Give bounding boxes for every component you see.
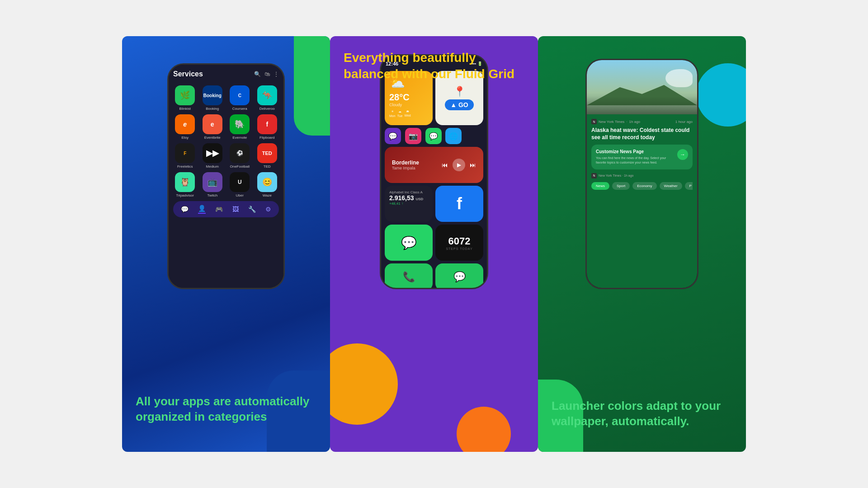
cloud-icon: ☁ — [398, 110, 401, 113]
news-image — [587, 60, 697, 114]
stock-change: +48,41 ↑ — [389, 202, 428, 206]
weather-temp: 28°C — [389, 92, 428, 103]
list-item[interactable]: F Freeletics — [173, 143, 197, 169]
app-label: OneFootball — [230, 164, 250, 169]
news-cat-more[interactable]: P — [685, 182, 693, 190]
list-item[interactable]: f Flipboard — [255, 114, 279, 140]
messages-widget[interactable]: 💬 — [435, 263, 483, 288]
customize-card[interactable]: Customize News Page You can find here th… — [591, 145, 693, 169]
customize-title: Customize News Page — [596, 149, 675, 154]
play-button[interactable]: ▶ — [453, 159, 465, 171]
app-messenger[interactable]: 💬 — [385, 128, 401, 144]
stock-name: Alphabet Inc Class A — [389, 190, 428, 194]
steps-widget: 6072 STEPS TODAY — [435, 225, 483, 261]
app-label: Freeletics — [177, 164, 193, 169]
app-instagram[interactable]: 📷 — [405, 128, 421, 144]
stock-price: 2.916,53 USD — [389, 194, 428, 202]
music-title: Borderline — [392, 160, 419, 166]
list-item[interactable]: e Etsy — [173, 114, 197, 140]
facebook-icon: f — [457, 194, 462, 213]
customize-desc: You can find here the news of the day. S… — [596, 156, 675, 165]
app-icon-onefootball: ⚽ — [230, 143, 250, 163]
app-icon-tripadvisor: 🦉 — [175, 172, 195, 192]
list-item[interactable]: U Uber — [228, 172, 252, 197]
app-icon-etsy: e — [175, 114, 195, 134]
settings-nav-icon[interactable]: ⚙ — [265, 206, 271, 213]
app-label: Etsy — [181, 136, 189, 140]
list-item[interactable]: Booking Booking — [201, 85, 225, 111]
list-item[interactable]: 🦉 Tripadvisor — [173, 172, 197, 197]
fluid-screen: 12:46 ▪▪▪ 🔋 ⛅ 28°C Cloudy — [381, 56, 487, 288]
rain-icon: 🌧 — [406, 110, 409, 113]
second-source: N New York Times · 1h ago — [591, 173, 693, 178]
app-label: Blinkist — [179, 107, 191, 111]
stocks-widget: Alphabet Inc Class A 2.916,53 USD +48,41… — [385, 186, 433, 222]
news-time: 1 hour ago — [675, 120, 693, 124]
facebook-widget[interactable]: f — [435, 186, 483, 222]
list-item[interactable]: TED TED — [255, 143, 279, 169]
news-source: N New York Times · 1h ago 1 hour ago — [591, 119, 693, 124]
image-overlay — [587, 96, 697, 114]
small-apps-row: 💬 📷 💬 🌐 — [385, 128, 483, 144]
next-icon[interactable]: ⏭ — [470, 161, 476, 169]
more-icon[interactable]: ⋮ — [274, 71, 279, 77]
widget-grid: ⛅ 28°C Cloudy ☀ Mon ☁ Tue — [385, 71, 483, 288]
list-item[interactable]: e Eventbrite — [201, 114, 225, 140]
weather-days: ☀ Mon ☁ Tue 🌧 Wed — [389, 110, 428, 117]
steps-count: 6072 — [448, 235, 471, 247]
dot-separator: · — [626, 120, 627, 124]
source-label: New York Times — [599, 120, 624, 124]
time-ago-small: 1h ago — [629, 120, 640, 124]
chat-nav-icon[interactable]: 💬 — [181, 206, 189, 213]
list-item[interactable]: 🌿 Blinkist — [173, 85, 197, 111]
deco-green — [294, 36, 330, 136]
whatsapp-widget[interactable]: 💬 — [385, 225, 433, 261]
games-nav-icon[interactable]: 🎮 — [215, 206, 223, 213]
app-whatsapp-small[interactable]: 💬 — [425, 128, 442, 144]
prev-icon[interactable]: ⏮ — [442, 161, 448, 169]
list-item[interactable]: ▶▶ Medium — [201, 143, 225, 169]
tools-nav-icon[interactable]: 🔧 — [248, 206, 256, 213]
news-cat-weather[interactable]: Weather — [660, 182, 682, 190]
app-label: Uber — [236, 193, 244, 197]
maps-go-button[interactable]: ▲ GO — [445, 99, 474, 110]
app-label: Medium — [206, 164, 219, 169]
phone-2: 12:46 ▪▪▪ 🔋 ⛅ 28°C Cloudy — [380, 54, 488, 289]
weather-day-wed: 🌧 Wed — [404, 110, 410, 117]
phone-3: N New York Times · 1h ago 1 hour ago Ala… — [585, 59, 698, 289]
source-name: N New York Times · 1h ago — [591, 119, 640, 124]
customize-arrow-icon[interactable]: → — [677, 149, 688, 160]
list-item[interactable]: 🐘 Evernote — [228, 114, 252, 140]
app-label: Deliveroo — [259, 107, 275, 111]
list-item[interactable]: 🦘 Deliveroo — [255, 85, 279, 111]
media-nav-icon[interactable]: 🖼 — [232, 206, 239, 213]
panel-3-text: Launcher colors adapt to your wallpaper,… — [552, 399, 732, 429]
sun-icon: ☀ — [391, 110, 394, 113]
list-item[interactable]: C Coursera — [228, 85, 252, 111]
services-icons: 🔍 🛍 ⋮ — [254, 71, 279, 77]
phone-widget[interactable]: 📞 — [385, 263, 433, 288]
panels-container: Services 🔍 🛍 ⋮ 🌿 Blinkist — [122, 36, 746, 452]
phone-3-screen: N New York Times · 1h ago 1 hour ago Ala… — [587, 60, 697, 288]
bag-icon[interactable]: 🛍 — [264, 71, 270, 77]
apps-nav-icon[interactable]: 👤 — [198, 205, 206, 214]
app-icon-booking: Booking — [203, 85, 222, 105]
news-cat-economy[interactable]: Economy — [632, 182, 656, 190]
services-title: Services — [173, 70, 203, 78]
app-label: Booking — [206, 107, 219, 111]
app-globe[interactable]: 🌐 — [445, 128, 462, 144]
list-item[interactable]: 📺 Twitch — [201, 172, 225, 197]
smoke-effect — [665, 69, 693, 87]
steps-label: STEPS TODAY — [446, 247, 472, 250]
app-icon-waze: 😊 — [257, 172, 277, 192]
news-cat-news[interactable]: News — [591, 182, 609, 190]
app-icon-medium: ▶▶ — [203, 143, 222, 163]
nyt-logo-2: N — [591, 173, 597, 178]
app-icon-ted: TED — [257, 143, 277, 163]
search-icon[interactable]: 🔍 — [254, 71, 261, 77]
panel-1: Services 🔍 🛍 ⋮ 🌿 Blinkist — [122, 36, 330, 452]
list-item[interactable]: 😊 Waze — [255, 172, 279, 197]
phone-1-screen: Services 🔍 🛍 ⋮ 🌿 Blinkist — [169, 65, 283, 288]
list-item[interactable]: ⚽ OneFootball — [228, 143, 252, 169]
news-cat-sport[interactable]: Sport — [612, 182, 630, 190]
